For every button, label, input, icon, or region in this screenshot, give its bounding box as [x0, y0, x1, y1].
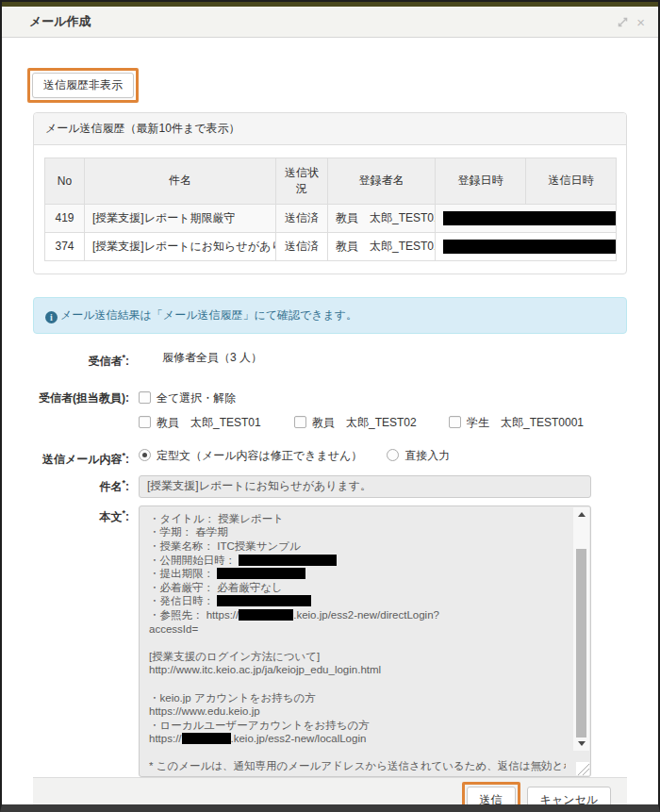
redacted-text: [239, 555, 337, 566]
checkbox-icon[interactable]: [139, 416, 151, 428]
teacher-option-label: 教員 太郎_TEST01: [157, 416, 261, 429]
highlight-annotation-send: 送信: [462, 782, 520, 812]
redacted-dates: [443, 211, 617, 225]
column-header-1: 件名: [85, 157, 276, 204]
resize-grip-icon[interactable]: [576, 762, 589, 775]
body-textarea[interactable]: ・タイトル： 授業レポート・学期： 春学期・授業名称： ITC授業サンプル・公開…: [139, 505, 591, 777]
column-header-3: 登録者名: [328, 157, 436, 204]
highlight-annotation-history-toggle: 送信履歴非表示: [27, 68, 139, 103]
column-header-2: 送信状況: [276, 157, 328, 204]
info-banner-text: メール送信結果は「メール送信履歴」にて確認できます。: [60, 308, 357, 322]
history-row[interactable]: 419[授業支援]レポート期限厳守送信済教員 太郎_TEST01: [45, 204, 617, 232]
body-label: 本文*:: [33, 505, 129, 525]
form-row-recipient-teachers: 受信者(担当教員): 全て選択・解除 教員 太郎_TEST01教員 太郎_TES…: [33, 390, 627, 431]
form-row-recipient: 受信者*: 履修者全員（3 人）: [33, 350, 627, 370]
dialog-title: メール作成: [29, 13, 616, 30]
select-all-label: 全て選択・解除: [157, 391, 236, 405]
dialog-header: メール作成 ×: [2, 7, 658, 38]
recipient-value: 履修者全員（3 人）: [139, 350, 262, 366]
send-button[interactable]: 送信: [467, 787, 516, 812]
subject-input[interactable]: [139, 475, 591, 498]
column-header-5: 送信日時: [526, 157, 617, 204]
recipient-teachers-label: 受信者(担当教員):: [33, 390, 129, 406]
form-row-content-type: 送信メール内容*: 定型文（メール内容は修正できません）直接入力: [33, 448, 627, 468]
form-row-subject: 件名*:: [33, 475, 627, 498]
history-table-body: 419[授業支援]レポート期限厳守送信済教員 太郎_TEST01374[授業支援…: [45, 204, 617, 260]
cancel-button[interactable]: キャンセル: [527, 787, 611, 812]
radio-icon[interactable]: [139, 449, 151, 461]
triangle-down-icon: [578, 741, 586, 746]
checkbox-icon[interactable]: [449, 416, 461, 428]
teacher-option-label: 教員 太郎_TEST02: [312, 416, 417, 429]
triangle-up-icon: [578, 512, 586, 517]
scrollbar-track[interactable]: [573, 507, 589, 751]
compose-form: 受信者*: 履修者全員（3 人） 受信者(担当教員): 全て選択・解除 教員 太…: [33, 350, 627, 777]
content-type-option-2[interactable]: 直接入力: [387, 448, 450, 464]
info-icon: i: [45, 311, 58, 323]
redacted-dates: [443, 240, 617, 254]
resize-diagonal-icon[interactable]: [616, 15, 630, 29]
teacher-options: 教員 太郎_TEST01教員 太郎_TEST02学生 太郎_TEST0001: [139, 415, 584, 431]
teacher-option-2[interactable]: 教員 太郎_TEST02: [294, 415, 449, 431]
mail-history-table: No件名送信状況登録者名登録日時送信日時 419[授業支援]レポート期限厳守送信…: [44, 157, 617, 261]
teacher-option-3[interactable]: 学生 太郎_TEST0001: [449, 415, 584, 431]
history-toggle-button[interactable]: 送信履歴非表示: [32, 73, 134, 98]
content-type-option-label: 直接入力: [404, 449, 450, 462]
content-type-label: 送信メール内容*:: [33, 448, 129, 468]
history-table-header-row: No件名送信状況登録者名登録日時送信日時: [45, 157, 617, 204]
redacted-text: [217, 568, 305, 579]
recipient-label: 受信者*:: [33, 350, 129, 370]
select-all-checkbox[interactable]: 全て選択・解除: [139, 390, 294, 406]
dialog-footer: 送信 キャンセル: [33, 777, 627, 812]
mail-history-panel: メール送信履歴（最新10件まで表示） No件名送信状況登録者名登録日時送信日時 …: [33, 112, 627, 274]
mail-compose-dialog: メール作成 × 送信履歴非表示 メール送信履歴（最新10件まで表示） No件名送…: [0, 0, 660, 812]
body-text: ・タイトル： 授業レポート・学期： 春学期・授業名称： ITC授業サンプル・公開…: [140, 506, 590, 777]
radio-icon[interactable]: [387, 449, 399, 461]
content-type-options: 定型文（メール内容は修正できません）直接入力: [139, 448, 450, 464]
close-icon[interactable]: ×: [636, 15, 645, 29]
form-row-body: 本文*: ・タイトル： 授業レポート・学期： 春学期・授業名称： ITC授業サン…: [33, 505, 627, 777]
scrollbar-thumb[interactable]: [576, 549, 586, 737]
teacher-option-label: 学生 太郎_TEST0001: [467, 416, 584, 429]
content-type-option-label: 定型文（メール内容は修正できません）: [157, 449, 362, 462]
subject-label: 件名*:: [33, 475, 129, 495]
column-header-4: 登録日時: [436, 157, 526, 204]
scroll-up-button[interactable]: [573, 507, 589, 522]
redacted-text: [239, 609, 293, 621]
checkbox-icon[interactable]: [294, 416, 306, 428]
redacted-text: [217, 595, 311, 606]
dialog-body: 送信履歴非表示 メール送信履歴（最新10件まで表示） No件名送信状況登録者名登…: [2, 38, 658, 812]
mail-history-panel-title: メール送信履歴（最新10件まで表示）: [34, 113, 626, 145]
column-header-0: No: [45, 157, 85, 204]
scroll-down-button[interactable]: [573, 737, 589, 751]
redacted-text: [182, 733, 231, 744]
history-row[interactable]: 374[授業支援]レポートにお知らせがあります。送信済教員 太郎_TEST01: [45, 232, 617, 260]
checkbox-icon[interactable]: [139, 391, 151, 404]
info-banner: iメール送信結果は「メール送信履歴」にて確認できます。: [33, 297, 627, 334]
content-type-option-1[interactable]: 定型文（メール内容は修正できません）: [139, 448, 362, 464]
teacher-option-1[interactable]: 教員 太郎_TEST01: [139, 415, 294, 431]
